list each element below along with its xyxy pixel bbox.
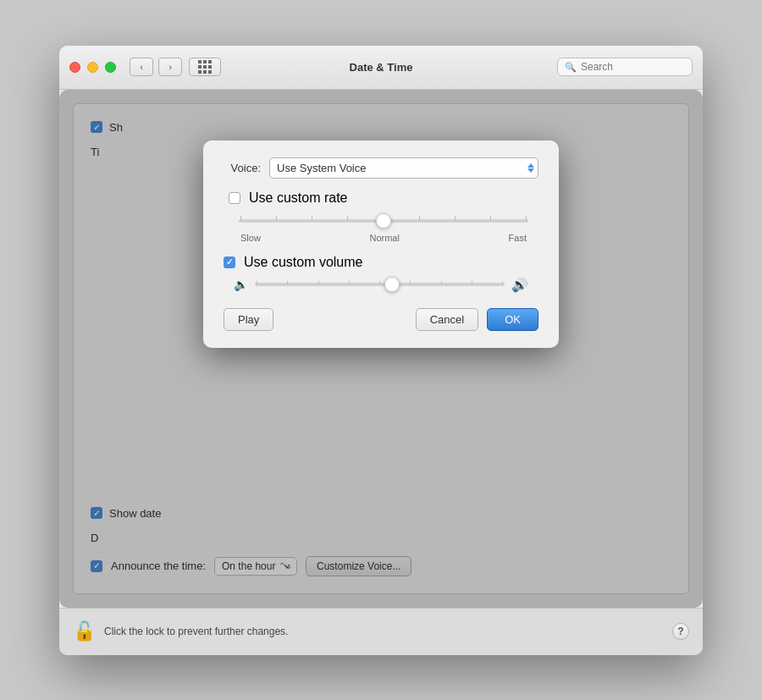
search-input[interactable] [581, 61, 685, 73]
nav-buttons: ‹ › [130, 58, 182, 76]
volume-section: Use custom volume 🔈 [224, 255, 538, 293]
voice-row: Voice: Use System Voice [224, 157, 538, 179]
custom-rate-checkbox[interactable] [229, 192, 240, 204]
custom-volume-checkbox[interactable] [224, 256, 235, 268]
customize-voice-modal: Voice: Use System Voice [203, 141, 559, 348]
grid-button[interactable] [189, 58, 221, 76]
forward-button[interactable]: › [158, 58, 182, 76]
bottom-bar: 🔓 Click the lock to prevent further chan… [59, 608, 703, 655]
titlebar: ‹ › Date & Time 🔍 [59, 46, 703, 90]
traffic-lights [69, 62, 116, 73]
close-button[interactable] [69, 62, 80, 73]
minimize-button[interactable] [87, 62, 98, 73]
voice-label: Voice: [224, 162, 261, 174]
back-button[interactable]: ‹ [130, 58, 153, 76]
voice-select[interactable]: Use System Voice [269, 157, 538, 179]
custom-volume-label: Use custom volume [244, 255, 363, 270]
custom-volume-row: Use custom volume [224, 255, 538, 270]
search-icon: 🔍 [565, 62, 577, 73]
rate-slow-label: Slow [240, 233, 261, 243]
window-title: Date & Time [350, 61, 413, 74]
search-box[interactable]: 🔍 [557, 58, 693, 76]
volume-slider-row: 🔈 [224, 277, 538, 293]
rate-slider-labels: Slow Normal Fast [239, 233, 528, 243]
rate-fast-label: Fast [509, 233, 527, 243]
grid-icon [198, 60, 213, 74]
lock-icon[interactable]: 🔓 [73, 620, 96, 642]
volume-high-icon: 🔊 [511, 277, 528, 293]
modal-buttons: Play Cancel OK [224, 305, 538, 331]
rate-slider-line [239, 219, 528, 223]
modal-overlay: Voice: Use System Voice [59, 90, 703, 608]
main-content: Sh Ti Show date D Announce the time: [59, 90, 703, 608]
voice-select-wrapper: Use System Voice [269, 157, 538, 179]
ok-button[interactable]: OK [487, 308, 538, 331]
main-window: ‹ › Date & Time 🔍 Sh Ti [59, 46, 703, 655]
rate-slider-thumb[interactable] [376, 213, 391, 229]
custom-rate-row: Use custom rate [229, 190, 538, 206]
lock-text: Click the lock to prevent further change… [104, 626, 288, 637]
play-button[interactable]: Play [224, 308, 273, 331]
cancel-button[interactable]: Cancel [416, 308, 478, 331]
help-button[interactable]: ? [672, 623, 689, 640]
rate-slider-track [239, 212, 528, 229]
rate-section: Use custom rate [224, 190, 538, 243]
volume-slider-thumb[interactable] [384, 277, 400, 292]
custom-rate-label: Use custom rate [249, 190, 347, 206]
volume-slider-line [255, 283, 505, 286]
volume-low-icon: 🔈 [234, 278, 248, 291]
rate-slider-container: Slow Normal Fast [229, 212, 538, 243]
maximize-button[interactable] [105, 62, 116, 73]
rate-normal-label: Normal [369, 233, 399, 243]
